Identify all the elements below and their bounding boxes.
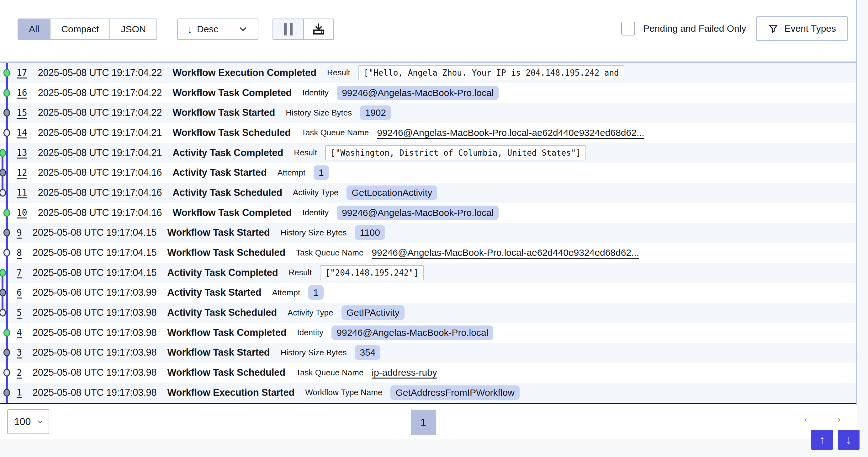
event-id[interactable]: 8 [17, 248, 22, 258]
event-id[interactable]: 14 [17, 127, 27, 138]
toolbar-filters: Pending and Failed Only Event Types [621, 16, 848, 41]
detail-key: Result [289, 268, 312, 278]
event-row[interactable]: 9 2025-05-08 UTC 19:17:04.15 Workflow Ta… [0, 223, 856, 243]
event-history-table: 17 2025-05-08 UTC 19:17:04.22 Workflow E… [0, 61, 856, 404]
event-time: 2025-05-08 UTC 19:17:03.99 [33, 287, 156, 298]
page-1-button[interactable]: 1 [411, 409, 436, 435]
event-row[interactable]: 6 2025-05-08 UTC 19:17:03.99 Activity Ta… [0, 283, 856, 303]
event-id[interactable]: 7 [17, 267, 22, 278]
sort-options-dropdown[interactable] [228, 19, 258, 39]
download-button[interactable] [303, 19, 333, 39]
status-dot [0, 149, 6, 156]
event-detail: History Size Bytes 1100 [280, 225, 385, 240]
page-size-select[interactable]: 100 [7, 409, 49, 434]
event-id[interactable]: 10 [17, 207, 27, 218]
detail-value: GetAddressFromIPWorkflow [391, 385, 520, 400]
detail-key: Identity [302, 88, 329, 97]
event-row[interactable]: 17 2025-05-08 UTC 19:17:04.22 Workflow E… [0, 63, 856, 83]
event-time: 2025-05-08 UTC 19:17:04.22 [38, 87, 162, 98]
pending-failed-toggle[interactable]: Pending and Failed Only [621, 22, 746, 35]
event-id[interactable]: 12 [17, 168, 27, 178]
event-time: 2025-05-08 UTC 19:17:04.22 [38, 107, 162, 118]
pending-failed-label: Pending and Failed Only [643, 23, 746, 34]
detail-value: GetLocationActivity [346, 185, 437, 200]
event-types-filter-button[interactable]: Event Types [756, 16, 848, 41]
event-id[interactable]: 11 [17, 188, 27, 198]
event-history-toolbar: All Compact JSON ↓ Desc [0, 0, 856, 61]
event-id[interactable]: 3 [17, 347, 22, 358]
event-time: 2025-05-08 UTC 19:17:04.16 [38, 167, 162, 178]
detail-value[interactable]: 99246@Angelas-MacBook-Pro.local-ae62d440… [372, 247, 639, 258]
tab-all[interactable]: All [18, 19, 50, 39]
scroll-to-bottom-button[interactable]: ↓ [838, 430, 860, 450]
event-id[interactable]: 2 [17, 368, 22, 378]
detail-value: 99246@Angelas-MacBook-Pro.local [332, 325, 493, 340]
pause-icon [284, 23, 287, 35]
event-row[interactable]: 13 2025-05-08 UTC 19:17:04.21 Activity T… [0, 143, 856, 163]
tab-json[interactable]: JSON [110, 19, 156, 39]
event-id[interactable]: 17 [17, 67, 27, 78]
event-detail: Identity 99246@Angelas-MacBook-Pro.local [297, 325, 493, 340]
event-detail: Attempt 1 [272, 285, 323, 300]
event-history-panel: All Compact JSON ↓ Desc [0, 0, 857, 439]
event-detail: Task Queue Name 99246@Angelas-MacBook-Pr… [296, 247, 639, 258]
detail-key: Workflow Type Name [305, 388, 382, 397]
scroll-to-top-button[interactable]: ↑ [811, 430, 833, 450]
status-dot [3, 389, 10, 396]
detail-value: 354 [355, 345, 380, 360]
event-time: 2025-05-08 UTC 19:17:04.16 [38, 207, 162, 219]
event-row[interactable]: 16 2025-05-08 UTC 19:17:04.22 Workflow T… [0, 83, 856, 103]
previous-page-arrow[interactable]: ← [802, 410, 815, 424]
detail-value[interactable]: 99246@Angelas-MacBook-Pro.local-ae62d440… [377, 127, 644, 138]
pending-failed-checkbox[interactable] [621, 22, 635, 35]
event-row[interactable]: 2 2025-05-08 UTC 19:17:03.98 Workflow Ta… [0, 363, 856, 382]
sort-split-button: ↓ Desc [177, 19, 258, 40]
event-time: 2025-05-08 UTC 19:17:04.21 [38, 127, 162, 138]
event-id[interactable]: 4 [17, 327, 22, 338]
event-detail: Task Queue Name ip-address-ruby [296, 367, 437, 378]
event-detail: History Size Bytes 354 [280, 345, 380, 360]
detail-value: ["204.148.195.242"] [320, 265, 424, 280]
chevron-down-icon [37, 419, 43, 425]
detail-key: Result [327, 68, 350, 78]
event-detail: Result ["204.148.195.242"] [289, 265, 424, 280]
event-id[interactable]: 13 [17, 147, 27, 158]
event-detail: Attempt 1 [277, 165, 329, 180]
event-row[interactable]: 3 2025-05-08 UTC 19:17:03.98 Workflow Ta… [0, 343, 856, 363]
pause-button[interactable] [273, 19, 303, 39]
status-dot [3, 249, 10, 257]
event-id[interactable]: 6 [17, 287, 22, 298]
next-page-arrow[interactable]: → [830, 410, 843, 424]
event-time: 2025-05-08 UTC 19:17:03.98 [33, 347, 156, 358]
event-row[interactable]: 10 2025-05-08 UTC 19:17:04.16 Workflow T… [0, 203, 856, 223]
status-dot [3, 329, 10, 337]
event-id[interactable]: 16 [17, 88, 27, 98]
event-row[interactable]: 14 2025-05-08 UTC 19:17:04.21 Workflow T… [0, 123, 856, 143]
event-row[interactable]: 1 2025-05-08 UTC 19:17:03.98 Workflow Ex… [0, 382, 856, 403]
pagination-bar: 100 1 ← → [0, 405, 857, 439]
sort-label: Desc [197, 24, 218, 34]
event-id[interactable]: 5 [17, 308, 22, 318]
event-time: 2025-05-08 UTC 19:17:04.15 [33, 227, 156, 238]
event-row[interactable]: 5 2025-05-08 UTC 19:17:03.98 Activity Ta… [0, 303, 856, 323]
event-row[interactable]: 4 2025-05-08 UTC 19:17:03.98 Workflow Ta… [0, 323, 856, 343]
event-row[interactable]: 8 2025-05-08 UTC 19:17:04.15 Workflow Ta… [0, 242, 856, 263]
detail-key: Identity [297, 328, 323, 337]
detail-key: Attempt [272, 288, 301, 297]
event-name: Workflow Task Completed [173, 207, 291, 219]
event-row[interactable]: 15 2025-05-08 UTC 19:17:04.22 Workflow T… [0, 103, 856, 123]
arrow-up-icon: ↑ [819, 433, 825, 447]
status-dot [0, 269, 6, 277]
tab-compact[interactable]: Compact [50, 19, 110, 39]
event-id[interactable]: 15 [17, 108, 27, 118]
detail-value[interactable]: ip-address-ruby [372, 367, 437, 378]
detail-key: History Size Bytes [280, 228, 346, 237]
event-row[interactable]: 11 2025-05-08 UTC 19:17:04.16 Activity T… [0, 183, 856, 203]
event-row[interactable]: 12 2025-05-08 UTC 19:17:04.16 Activity T… [0, 163, 856, 183]
sort-desc-button[interactable]: ↓ Desc [178, 19, 228, 39]
event-id[interactable]: 9 [17, 228, 22, 238]
download-icon [311, 22, 326, 36]
event-id[interactable]: 1 [17, 387, 22, 398]
event-row[interactable]: 7 2025-05-08 UTC 19:17:04.15 Activity Ta… [0, 263, 856, 283]
event-time: 2025-05-08 UTC 19:17:04.15 [33, 247, 156, 258]
